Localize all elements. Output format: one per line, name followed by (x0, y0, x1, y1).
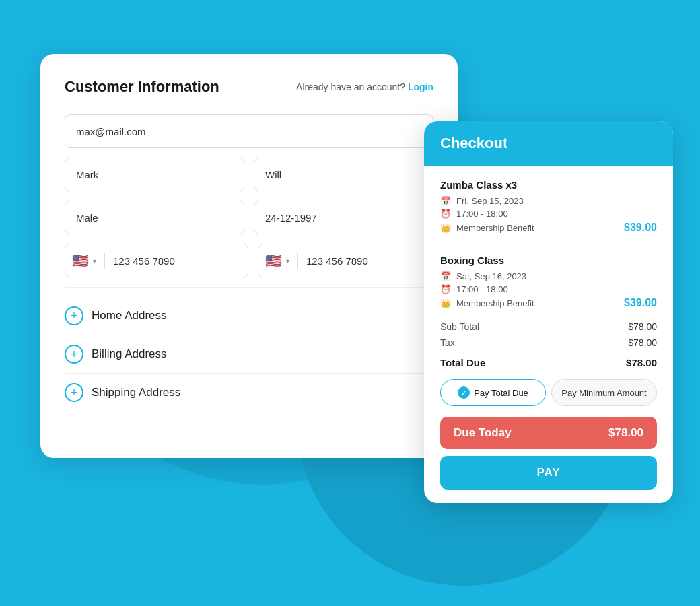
crown2-icon: 👑 (440, 298, 451, 308)
zumba-item: Zumba Class x3 📅 Fri, Sep 15, 2023 ⏰ 17:… (440, 179, 657, 234)
clock2-icon: ⏰ (440, 284, 451, 294)
zumba-price-row: 👑 Membership Benefit $39.00 (440, 222, 657, 234)
flag2-dropdown[interactable]: ▾ (286, 257, 289, 265)
gender-dob-row (65, 201, 433, 234)
pay-minimum-option[interactable]: Pay Minimum Amount (551, 379, 657, 406)
boxing-benefit: 👑 Membership Benefit (440, 298, 534, 308)
customer-card-header: Customer Information Already have an acc… (65, 78, 433, 96)
phone1-divider (104, 252, 105, 269)
shipping-address-label: Shipping Address (92, 386, 180, 399)
flag2-icon: 🇺🇸 (265, 252, 282, 269)
checkout-header: Checkout (424, 121, 673, 166)
zumba-date: 📅 Fri, Sep 15, 2023 (440, 196, 657, 206)
tax-label: Tax (440, 337, 455, 348)
zumba-price: $39.00 (624, 222, 657, 234)
boxing-item: Boxing Class 📅 Sat, Sep 16, 2023 ⏰ 17:00… (440, 255, 657, 309)
phone2-field[interactable] (306, 255, 434, 267)
home-address-plus-icon: + (65, 306, 83, 325)
checkout-title: Checkout (440, 135, 657, 152)
phone1-field[interactable] (113, 255, 241, 267)
home-address-label: Home Address (92, 309, 167, 323)
shipping-address-row[interactable]: + Shipping Address (65, 374, 433, 411)
total-due-row: Total Due $78.00 (440, 354, 657, 368)
billing-address-row[interactable]: + Billing Address (65, 335, 433, 374)
boxing-price: $39.00 (624, 297, 657, 309)
first-name-field[interactable] (65, 158, 244, 191)
total-due-label: Total Due (440, 357, 485, 368)
boxing-time: ⏰ 17:00 - 18:00 (440, 284, 657, 294)
email-group (65, 114, 433, 148)
home-address-row[interactable]: + Home Address (65, 297, 433, 335)
flag1-dropdown[interactable]: ▾ (93, 257, 96, 265)
boxing-price-row: 👑 Membership Benefit $39.00 (440, 297, 657, 309)
tax-row: Tax $78.00 (440, 337, 657, 348)
sub-total-value: $78.00 (628, 321, 657, 332)
customer-card-title: Customer Information (65, 78, 219, 96)
phone2-group: 🇺🇸 ▾ (258, 244, 442, 277)
tax-value: $78.00 (628, 337, 657, 348)
due-today-bar: Due Today $78.00 (440, 417, 657, 449)
shipping-address-plus-icon: + (65, 383, 83, 402)
crown-icon: 👑 (440, 223, 451, 233)
sub-total-label: Sub Total (440, 321, 479, 332)
payment-options: ✓ Pay Total Due Pay Minimum Amount (440, 379, 657, 406)
calendar2-icon: 📅 (440, 271, 451, 281)
login-link[interactable]: Login (408, 81, 433, 92)
name-row (65, 158, 433, 191)
gender-field[interactable] (65, 201, 244, 234)
scene: Customer Information Already have an acc… (27, 27, 673, 579)
zumba-item-name: Zumba Class x3 (440, 179, 657, 191)
total-due-value: $78.00 (626, 357, 657, 368)
phone2-divider (298, 252, 298, 269)
email-field[interactable] (65, 114, 433, 148)
boxing-date: 📅 Sat, Sep 16, 2023 (440, 271, 657, 281)
dob-field[interactable] (254, 201, 433, 234)
address-section: + Home Address + Billing Address + Shipp… (65, 287, 433, 411)
zumba-benefit: 👑 Membership Benefit (440, 223, 534, 233)
due-today-amount: $78.00 (608, 426, 643, 440)
billing-address-label: Billing Address (92, 347, 167, 361)
phone-row: 🇺🇸 ▾ 🇺🇸 ▾ (65, 244, 433, 277)
phone1-group: 🇺🇸 ▾ (65, 244, 248, 277)
customer-information-card: Customer Information Already have an acc… (40, 54, 458, 458)
pay-button[interactable]: PAY (440, 456, 657, 490)
billing-address-plus-icon: + (65, 345, 83, 364)
flag1-icon: 🇺🇸 (72, 252, 89, 269)
pay-total-due-option[interactable]: ✓ Pay Total Due (440, 379, 546, 406)
sub-total-row: Sub Total $78.00 (440, 321, 657, 332)
due-today-label: Due Today (454, 426, 512, 440)
zumba-time: ⏰ 17:00 - 18:00 (440, 209, 657, 219)
checkout-body: Zumba Class x3 📅 Fri, Sep 15, 2023 ⏰ 17:… (424, 166, 673, 503)
calendar-icon: 📅 (440, 196, 451, 206)
item-divider (440, 246, 657, 246)
pay-total-check-icon: ✓ (458, 386, 470, 399)
checkout-card: Checkout Zumba Class x3 📅 Fri, Sep 15, 2… (424, 121, 673, 503)
clock-icon: ⏰ (440, 209, 451, 219)
already-account-text: Already have an account? Login (296, 81, 433, 92)
last-name-field[interactable] (254, 158, 433, 191)
boxing-item-name: Boxing Class (440, 255, 657, 266)
